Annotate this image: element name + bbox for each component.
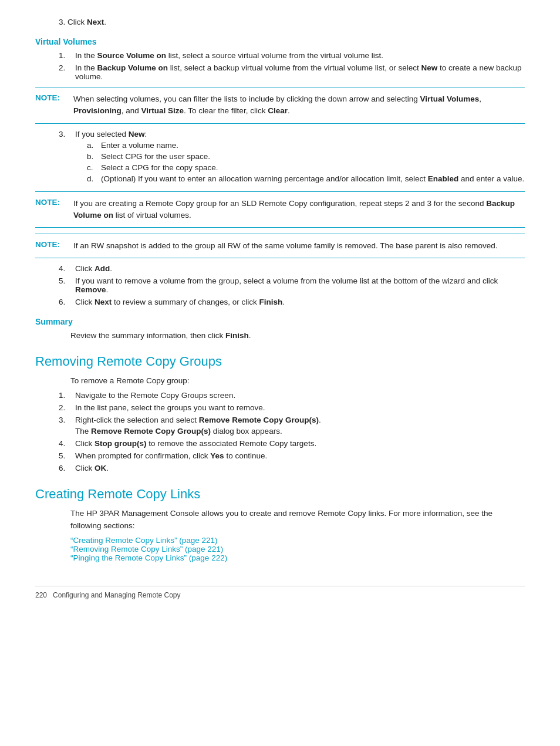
- vv-step-1: 1. In the Source Volume on list, select …: [59, 51, 525, 60]
- rm-step-3: 3. Right-click the selection and select …: [59, 416, 525, 436]
- sub-list: a. Enter a volume name. b. Select CPG fo…: [87, 141, 525, 183]
- link-item-2[interactable]: “Removing Remote Copy Links” (page 221): [70, 545, 525, 553]
- link-removing[interactable]: “Removing Remote Copy Links” (page 221): [70, 545, 223, 553]
- rm-step-2: 2. In the list pane, select the groups y…: [59, 403, 525, 412]
- step-content: Click Stop group(s) to remove the associ…: [75, 439, 525, 448]
- step-content: If you want to remove a volume from the …: [75, 276, 525, 294]
- vv-step-4: 4. Click Add.: [59, 264, 525, 273]
- step-text: Click Next.: [68, 18, 106, 26]
- note-box-3: NOTE: If an RW snapshot is added to the …: [35, 234, 525, 258]
- sub-label: d.: [87, 174, 96, 183]
- summary-heading: Summary: [35, 317, 525, 326]
- note-label-2: NOTE:: [35, 198, 68, 207]
- rm-step-1: 1. Navigate to the Remote Copy Groups sc…: [59, 391, 525, 400]
- sub-text: Select a CPG for the copy space.: [101, 163, 218, 172]
- note-label-1: NOTE:: [35, 93, 68, 102]
- step-num: 6.: [59, 298, 70, 306]
- footer-page-num: 220: [35, 591, 47, 599]
- step-content: Click Add.: [75, 264, 525, 273]
- rm-step-5: 5. When prompted for confirmation, click…: [59, 451, 525, 460]
- vv-step-3: 3. If you selected New: a. Enter a volum…: [59, 130, 525, 185]
- step-num: 2.: [59, 403, 70, 412]
- creating-intro: The HP 3PAR Management Console allows yo…: [70, 508, 525, 532]
- rm-step-6: 6. Click OK.: [59, 464, 525, 472]
- vv-step-2: 2. In the Backup Volume on list, select …: [59, 63, 525, 81]
- note-label-3: NOTE:: [35, 240, 68, 249]
- note-text-1: When selecting volumes, you can filter t…: [73, 93, 525, 117]
- links-list: “Creating Remote Copy Links” (page 221) …: [70, 536, 525, 562]
- note-box-1: NOTE: When selecting volumes, you can fi…: [35, 87, 525, 124]
- link-item-1[interactable]: “Creating Remote Copy Links” (page 221): [70, 536, 525, 545]
- creating-heading: Creating Remote Copy Links: [35, 487, 525, 502]
- step-num: 5.: [59, 276, 70, 294]
- note-text-2: If you are creating a Remote Copy group …: [73, 198, 525, 222]
- vv-step-5: 5. If you want to remove a volume from t…: [59, 276, 525, 294]
- step-num: 3.: [59, 130, 70, 185]
- step-content: In the list pane, select the groups you …: [75, 403, 525, 412]
- removing-intro: To remove a Remote Copy group:: [70, 375, 525, 387]
- sub-item-b: b. Select CPG for the user space.: [87, 152, 525, 161]
- sub-label: c.: [87, 163, 96, 172]
- sub-label: b.: [87, 152, 96, 161]
- step-num: 3.: [59, 416, 70, 436]
- step-content: In the Backup Volume on list, select a b…: [75, 63, 525, 81]
- sub-text: (Optional) If you want to enter an alloc…: [101, 174, 524, 183]
- dialog-note: The Remove Remote Copy Group(s) dialog b…: [75, 427, 525, 436]
- sub-item-d: d. (Optional) If you want to enter an al…: [87, 174, 525, 183]
- sub-text: Select CPG for the user space.: [101, 152, 210, 161]
- link-item-3[interactable]: “Pinging the Remote Copy Links” (page 22…: [70, 553, 525, 562]
- step-content: Right-click the selection and select Rem…: [75, 416, 525, 436]
- top-step-3: 3. Click Next.: [59, 18, 525, 26]
- step-num: 4.: [59, 264, 70, 273]
- note-text-3: If an RW snapshot is added to the group …: [73, 240, 498, 252]
- step-content: If you selected New: a. Enter a volume n…: [75, 130, 525, 185]
- step-num: 1.: [59, 391, 70, 400]
- sub-item-c: c. Select a CPG for the copy space.: [87, 163, 525, 172]
- step-content: When prompted for confirmation, click Ye…: [75, 451, 525, 460]
- summary-text: Review the summary information, then cli…: [70, 331, 525, 340]
- step-num: 5.: [59, 451, 70, 460]
- step-num: 6.: [59, 464, 70, 472]
- link-pinging[interactable]: “Pinging the Remote Copy Links” (page 22…: [70, 553, 227, 562]
- sub-label: a.: [87, 141, 96, 150]
- link-creating[interactable]: “Creating Remote Copy Links” (page 221): [70, 536, 218, 545]
- removing-heading: Removing Remote Copy Groups: [35, 354, 525, 369]
- next-bold: Next: [87, 18, 104, 26]
- step-num: 1.: [59, 51, 70, 60]
- step-content: In the Source Volume on list, select a s…: [75, 51, 525, 60]
- step-num: 2.: [59, 63, 70, 81]
- vv-step-6: 6. Click Next to review a summary of cha…: [59, 298, 525, 306]
- step-num: 4.: [59, 439, 70, 448]
- step-num: 3.: [59, 18, 65, 26]
- step-content: Navigate to the Remote Copy Groups scree…: [75, 391, 525, 400]
- note-box-2: NOTE: If you are creating a Remote Copy …: [35, 191, 525, 228]
- step-content: Click OK.: [75, 464, 525, 472]
- sub-text: Enter a volume name.: [101, 141, 178, 150]
- rm-step-4: 4. Click Stop group(s) to remove the ass…: [59, 439, 525, 448]
- page-footer: 220 Configuring and Managing Remote Copy: [35, 586, 525, 599]
- virtual-volumes-heading: Virtual Volumes: [35, 37, 525, 46]
- sub-item-a: a. Enter a volume name.: [87, 141, 525, 150]
- step-content: Click Next to review a summary of change…: [75, 298, 525, 306]
- footer-text: Configuring and Managing Remote Copy: [53, 591, 180, 599]
